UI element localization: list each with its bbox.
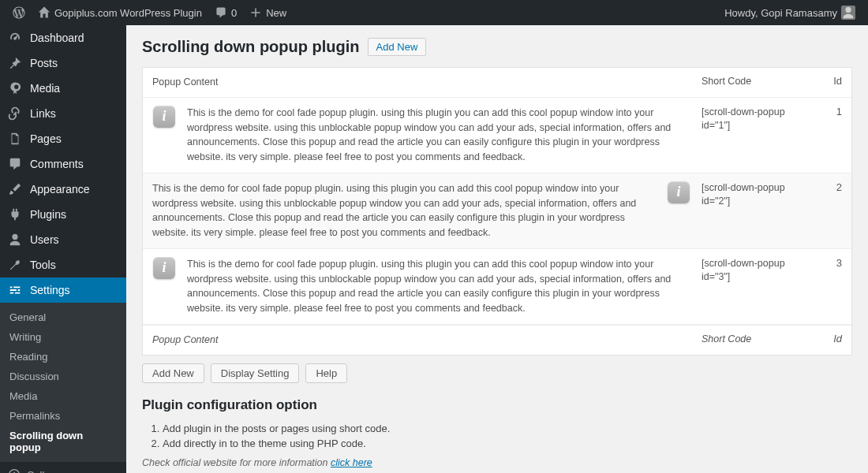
submenu-scrolling-down-popup[interactable]: Scrolling down popup (0, 426, 126, 457)
user-icon (8, 233, 22, 247)
click-here-link[interactable]: click here (331, 457, 372, 468)
menu-users[interactable]: Users (0, 227, 126, 252)
main-content: Scrolling down popup plugin Add New Popu… (126, 25, 868, 473)
greeting-text: Howdy, Gopi Ramasamy (724, 7, 837, 19)
help-button[interactable]: Help (305, 363, 347, 383)
note-text: Check official website for more informat… (142, 457, 331, 468)
pin-icon (8, 56, 22, 70)
popup-list-table: Popup Content Short Code Id i This is th… (142, 67, 852, 356)
display-setting-button[interactable]: Display Setting (211, 363, 300, 383)
menu-posts[interactable]: Posts (0, 50, 126, 76)
submenu-writing[interactable]: Writing (0, 327, 126, 347)
config-item: Add directly in to the theme using PHP c… (163, 436, 852, 451)
menu-label: Media (30, 82, 60, 95)
wp-logo-menu[interactable] (6, 0, 32, 25)
menu-label: Users (30, 233, 59, 246)
wordpress-icon (13, 6, 25, 19)
collapse-menu[interactable]: Collapse menu (0, 462, 126, 473)
config-note: Check official website for more informat… (142, 457, 852, 468)
menu-label: Plugins (30, 208, 66, 221)
menu-label: Settings (30, 284, 70, 296)
comments-count: 0 (231, 7, 237, 19)
info-icon: i (668, 181, 690, 203)
new-label: New (266, 7, 286, 19)
collapse-label: Collapse menu (27, 469, 95, 474)
plug-icon (8, 207, 22, 222)
table-row[interactable]: i This is the demo for cool fade popup p… (143, 249, 851, 325)
new-content-link[interactable]: New (243, 0, 293, 25)
table-footer: Popup Content Short Code Id (143, 325, 851, 355)
admin-footer: Thank you for creating with WordPress. V… (142, 468, 852, 474)
col-short-header: Short Code (702, 75, 812, 89)
page-icon (8, 132, 22, 146)
action-buttons: Add New Display Setting Help (142, 363, 852, 383)
page-title: Scrolling down popup plugin (142, 38, 360, 56)
avatar (841, 6, 855, 20)
brush-icon (8, 182, 22, 196)
row-icon-cell: i (152, 106, 176, 128)
sliders-icon (8, 283, 22, 297)
row-id: 2 (823, 181, 842, 193)
table-row[interactable]: This is the demo for cool fade popup plu… (143, 173, 851, 249)
menu-dashboard[interactable]: Dashboard (0, 25, 126, 50)
site-name-link[interactable]: Gopiplus.com WordPress Plugin (32, 0, 208, 25)
row-icon-cell: i (667, 181, 690, 203)
admin-toolbar: Gopiplus.com WordPress Plugin 0 New Howd… (0, 0, 868, 25)
menu-settings[interactable]: Settings (0, 277, 126, 303)
menu-appearance[interactable]: Appearance (0, 177, 126, 202)
media-icon (8, 81, 22, 95)
menu-plugins[interactable]: Plugins (0, 202, 126, 227)
config-item: Add plugin in the posts or pages using s… (163, 421, 852, 436)
row-content: This is the demo for cool fade popup plu… (187, 257, 690, 316)
admin-sidebar: Dashboard Posts Media Links Pages Commen… (0, 25, 126, 473)
submenu-permalinks[interactable]: Permalinks (0, 406, 126, 426)
table-header: Popup Content Short Code Id (143, 68, 851, 98)
menu-label: Tools (30, 259, 56, 271)
config-heading: Plugin configuration option (142, 397, 852, 413)
menu-label: Dashboard (30, 32, 84, 44)
menu-label: Comments (30, 158, 84, 170)
row-shortcode: [scroll-down-popup id="3"] (702, 257, 812, 285)
submenu-media[interactable]: Media (0, 386, 126, 406)
info-icon: i (153, 106, 175, 128)
menu-tools[interactable]: Tools (0, 252, 126, 277)
comment-icon (215, 6, 227, 19)
comments-link[interactable]: 0 (208, 0, 243, 25)
submenu-reading[interactable]: Reading (0, 347, 126, 367)
plus-icon (249, 6, 262, 19)
menu-label: Links (30, 107, 56, 120)
col-id-footer: Id (823, 333, 842, 345)
row-content: This is the demo for cool fade popup plu… (187, 106, 690, 165)
home-icon (38, 6, 51, 19)
col-content-header: Popup Content (152, 75, 690, 90)
config-list: Add plugin in the posts or pages using s… (142, 421, 852, 451)
site-name: Gopiplus.com WordPress Plugin (54, 7, 202, 19)
settings-submenu: General Writing Reading Discussion Media… (0, 303, 126, 462)
wrench-icon (8, 258, 22, 272)
menu-media[interactable]: Media (0, 76, 126, 101)
info-icon: i (153, 257, 175, 279)
menu-label: Pages (30, 132, 62, 145)
menu-links[interactable]: Links (0, 101, 126, 126)
row-id: 1 (823, 106, 842, 117)
menu-comments[interactable]: Comments (0, 151, 126, 177)
submenu-discussion[interactable]: Discussion (0, 367, 126, 386)
col-id-header: Id (823, 75, 842, 87)
row-content: This is the demo for cool fade popup plu… (152, 181, 656, 240)
account-link[interactable]: Howdy, Gopi Ramasamy (718, 0, 862, 25)
row-id: 3 (823, 257, 842, 269)
row-shortcode: [scroll-down-popup id="2"] (702, 181, 812, 209)
table-row[interactable]: i This is the demo for cool fade popup p… (143, 98, 851, 173)
menu-label: Appearance (30, 183, 90, 196)
add-new-button[interactable]: Add New (142, 363, 204, 383)
dashboard-icon (8, 31, 22, 45)
row-icon-cell: i (152, 257, 176, 279)
collapse-icon (8, 468, 21, 473)
menu-pages[interactable]: Pages (0, 126, 126, 151)
col-short-footer: Short Code (702, 333, 812, 347)
col-content-footer: Popup Content (152, 333, 690, 348)
comment-icon (8, 157, 22, 171)
link-icon (8, 106, 22, 121)
add-new-button-top[interactable]: Add New (368, 38, 427, 56)
submenu-general[interactable]: General (0, 307, 126, 327)
